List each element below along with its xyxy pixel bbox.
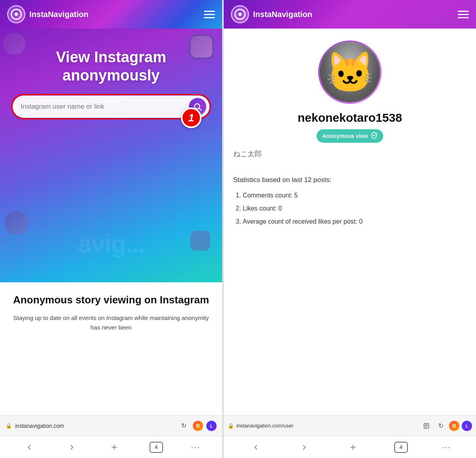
left-more-btn[interactable]: ··· — [191, 443, 200, 452]
section-text: Staying up to date on all events on Inst… — [10, 313, 213, 332]
hamburger-line-1 — [204, 11, 215, 12]
forward-icon — [67, 443, 76, 452]
hamburger-line-3 — [458, 17, 469, 18]
right-brave-icon: B — [449, 421, 459, 431]
hamburger-line-3 — [204, 17, 215, 18]
cat-photo — [320, 42, 380, 102]
left-nav-bar: 4 ··· — [0, 436, 222, 458]
right-logo-text: InstaNavigation — [253, 10, 312, 19]
stats-section: Statistics based on last 12 posts: Comme… — [233, 176, 466, 228]
add-icon — [110, 443, 119, 452]
right-browser-bar: 🔒 instanavigation.com/user ↻ B L — [224, 415, 476, 436]
left-hero: avig... View Instagram anonymously 1 — [0, 29, 222, 282]
profile-username: nekonekotaro1538 — [298, 111, 402, 125]
hero-title: View Instagram anonymously — [10, 48, 213, 84]
back-icon — [251, 443, 260, 452]
right-logo-icon — [231, 5, 249, 23]
right-add-tab-btn[interactable] — [346, 440, 360, 454]
hamburger-line-2 — [204, 14, 215, 15]
right-more-btn[interactable]: ··· — [442, 443, 451, 452]
svg-line-1 — [199, 108, 201, 110]
profile-avatar-ring — [318, 40, 382, 104]
profile-section: nekonekotaro1538 Anonymous view ねこ太郎 — [233, 40, 466, 168]
stats-item-3: Average count of received likes per post… — [243, 215, 466, 228]
left-url-text: instanavigation.com — [15, 423, 175, 429]
shield-icon — [370, 132, 378, 139]
left-header: InstaNavigation — [0, 0, 222, 29]
shield-check-icon — [370, 132, 378, 140]
search-box[interactable] — [13, 96, 209, 118]
right-content: nekonekotaro1538 Anonymous view ねこ太郎 Sta… — [224, 29, 476, 415]
leo-icon: L — [206, 421, 217, 431]
hamburger-line-1 — [458, 11, 469, 12]
right-back-btn[interactable] — [249, 440, 263, 454]
left-back-btn[interactable] — [22, 440, 36, 454]
section-title: Anonymous story viewing on Instagram — [10, 293, 213, 307]
left-logo-icon — [7, 5, 25, 23]
hamburger-line-2 — [458, 14, 469, 15]
reader-icon — [423, 423, 430, 429]
badge-label: Anonymous view — [322, 133, 368, 139]
right-logo-area: InstaNavigation — [231, 5, 312, 23]
stats-title: Statistics based on last 12 posts: — [233, 176, 466, 184]
left-logo-text: InstaNavigation — [29, 10, 88, 19]
left-tab-count[interactable]: 4 — [150, 442, 163, 453]
add-icon — [349, 443, 357, 452]
bubble-profile-img — [191, 36, 212, 57]
back-icon — [25, 443, 34, 452]
step-indicator: 1 — [181, 107, 202, 128]
right-url-text: instanavigation.com/user — [236, 423, 418, 429]
left-logo-area: InstaNavigation — [7, 5, 88, 23]
right-refresh-btn[interactable]: ↻ — [435, 420, 447, 432]
search-input[interactable] — [21, 103, 189, 111]
forward-icon — [300, 443, 309, 452]
left-app: InstaNavigation avig... View Instagram a… — [0, 0, 222, 415]
left-lock-icon: 🔒 — [6, 423, 12, 429]
right-lock-icon: 🔒 — [228, 423, 234, 429]
left-hamburger-menu[interactable] — [204, 11, 215, 18]
right-hamburger-menu[interactable] — [458, 11, 469, 18]
step-number: 1 — [188, 112, 194, 124]
right-header: InstaNavigation — [224, 0, 476, 29]
left-panel: InstaNavigation avig... View Instagram a… — [0, 0, 222, 458]
left-content: Anonymous story viewing on Instagram Sta… — [0, 282, 222, 415]
right-reader-btn[interactable] — [420, 420, 432, 432]
right-tab-count[interactable]: 4 — [394, 442, 408, 453]
left-forward-btn[interactable] — [65, 440, 79, 454]
search-box-wrapper: 1 — [13, 96, 209, 118]
stats-item-2: Likes count: 0 — [243, 202, 466, 215]
right-panel: InstaNavigation nekonekotaro1538 Anonymo… — [224, 0, 476, 458]
brave-icon: B — [193, 421, 203, 431]
stats-list: Comments count: 5 Likes count: 0 Average… — [233, 189, 466, 228]
stats-item-1: Comments count: 5 — [243, 189, 466, 202]
profile-display-name: ねこ太郎 — [233, 149, 262, 159]
right-nav-bar: 4 ··· — [224, 436, 476, 458]
profile-avatar-inner — [320, 42, 380, 102]
bubble-top-left — [3, 33, 25, 55]
left-add-tab-btn[interactable] — [107, 440, 121, 454]
left-refresh-btn[interactable]: ↻ — [178, 420, 190, 432]
bubble-top-right — [189, 34, 214, 59]
left-browser-bar: 🔒 instanavigation.com ↻ B L — [0, 415, 222, 436]
right-leo-icon: L — [462, 421, 472, 431]
right-forward-btn[interactable] — [297, 440, 311, 454]
hero-watermark: avig... — [0, 229, 222, 259]
anonymous-badge: Anonymous view — [317, 129, 383, 143]
